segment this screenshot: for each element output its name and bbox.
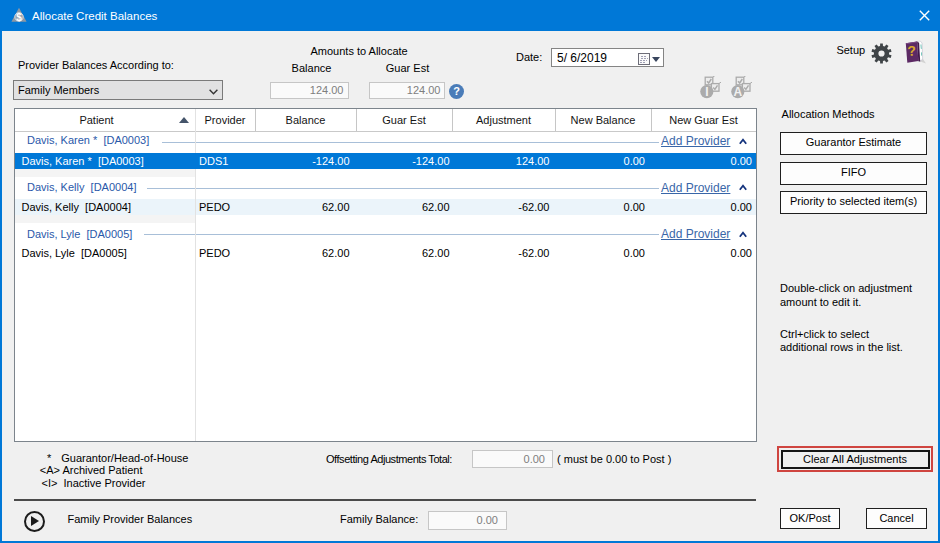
svg-text:$: $ [16, 12, 22, 23]
svg-text:A: A [733, 85, 742, 99]
svg-text:?: ? [907, 43, 917, 60]
svg-text:I: I [705, 85, 708, 99]
